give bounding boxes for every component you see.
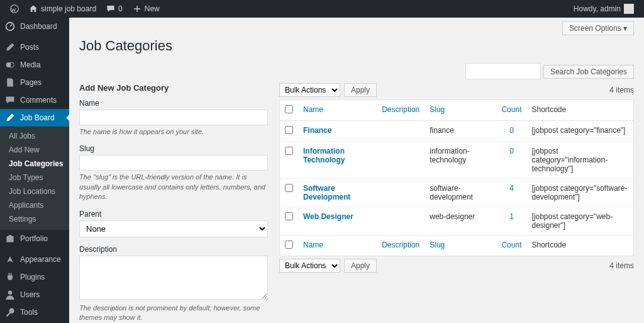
submenu-applicants[interactable]: Applicants	[0, 198, 69, 212]
tablenav-bottom: Bulk Actions Apply 4 items	[279, 259, 634, 273]
avatar	[624, 4, 634, 14]
row-shortcode: [jobpost category="information-technolog…	[527, 142, 634, 179]
table-row: Financefinance0[jobpost category="financ…	[280, 121, 634, 142]
comments-count: 0	[118, 4, 123, 13]
submenu-job-locations[interactable]: Job Locations	[0, 184, 69, 198]
howdy-text: Howdy, admin	[574, 4, 621, 13]
row-checkbox[interactable]	[285, 184, 293, 192]
form-heading: Add New Job Category	[79, 83, 268, 93]
col-description-foot[interactable]: Description	[382, 241, 419, 249]
comments-link[interactable]: 0	[101, 0, 128, 18]
admin-menu: Dashboard Posts Media Pages Comments Job…	[0, 18, 69, 323]
row-count-link[interactable]: 0	[509, 147, 514, 156]
submenu-add-new[interactable]: Add New	[0, 143, 69, 157]
svg-point-5	[8, 291, 12, 295]
wp-logo[interactable]	[5, 0, 24, 18]
col-name-foot[interactable]: Name	[303, 241, 323, 249]
row-name-link[interactable]: Finance	[303, 126, 331, 135]
submenu-job-types[interactable]: Job Types	[0, 171, 69, 184]
slug-desc: The "slug" is the URL-friendly version o…	[79, 173, 268, 201]
menu-jobboard[interactable]: Job Board	[0, 109, 69, 127]
items-count-bottom: 4 items	[609, 261, 634, 270]
categories-table: Name Description Slug Count Shortcode Fi…	[279, 99, 634, 256]
parent-label: Parent	[79, 210, 268, 218]
menu-media[interactable]: Media	[0, 56, 69, 74]
bulk-apply-bottom[interactable]: Apply	[344, 259, 377, 273]
slug-input[interactable]	[79, 155, 268, 171]
row-checkbox[interactable]	[285, 126, 293, 134]
row-count-link[interactable]: 0	[509, 126, 514, 135]
menu-dashboard[interactable]: Dashboard	[0, 18, 69, 35]
menu-pages[interactable]: Pages	[0, 74, 69, 91]
new-link[interactable]: New	[128, 0, 165, 18]
row-checkbox[interactable]	[285, 212, 293, 220]
menu-portfolio[interactable]: Portfolio	[0, 230, 69, 247]
menu-appearance[interactable]: Appearance	[0, 251, 69, 268]
row-description	[377, 142, 425, 179]
description-desc: The description is not prominent by defa…	[79, 303, 268, 323]
row-shortcode: [jobpost category="finance"]	[527, 121, 634, 142]
submenu-jobboard: All Jobs Add New Job Categories Job Type…	[0, 127, 69, 230]
account-link[interactable]: Howdy, admin	[569, 0, 639, 18]
row-count-link[interactable]: 4	[509, 184, 514, 193]
menu-posts[interactable]: Posts	[0, 38, 69, 56]
page-title: Job Categories	[79, 38, 634, 54]
row-slug: web-designer	[425, 207, 496, 235]
row-shortcode: [jobpost category="web-designer"]	[527, 207, 634, 235]
row-description	[377, 121, 425, 142]
site-link[interactable]: simple job board	[24, 0, 101, 18]
svg-point-2	[6, 62, 11, 67]
col-count-foot[interactable]: Count	[501, 241, 521, 249]
col-description[interactable]: Description	[382, 105, 419, 114]
row-description	[377, 179, 425, 207]
row-name-link[interactable]: Information Technology	[303, 147, 345, 164]
submenu-all-jobs[interactable]: All Jobs	[0, 129, 69, 143]
select-all-bottom[interactable]	[285, 241, 293, 249]
svg-rect-4	[6, 236, 13, 242]
table-row: Software Developmentsoftware-development…	[280, 179, 634, 207]
bulk-apply-top[interactable]: Apply	[344, 83, 377, 97]
slug-label: Slug	[79, 144, 268, 153]
col-count[interactable]: Count	[501, 105, 521, 114]
select-all-top[interactable]	[285, 105, 293, 113]
search-button[interactable]: Search Job Categories	[543, 65, 634, 79]
description-label: Description	[79, 245, 268, 254]
admin-bar: simple job board 0 New Howdy, admin	[0, 0, 644, 18]
row-slug: information-technology	[425, 142, 496, 179]
page-body: Screen Options ▾ Job Categories Search J…	[69, 18, 644, 323]
row-checkbox[interactable]	[285, 147, 293, 155]
table-row: Web Designerweb-designer1[jobpost catego…	[280, 207, 634, 235]
row-description	[377, 207, 425, 235]
col-slug-foot[interactable]: Slug	[430, 241, 445, 249]
items-count-top: 4 items	[609, 86, 634, 94]
site-name: simple job board	[41, 4, 96, 13]
menu-tools[interactable]: Tools	[0, 303, 69, 321]
table-row: Information Technologyinformation-techno…	[280, 142, 634, 179]
search-box: Search Job Categories	[79, 63, 634, 79]
name-label: Name	[79, 99, 268, 108]
menu-users[interactable]: Users	[0, 286, 69, 303]
col-slug[interactable]: Slug	[430, 105, 445, 114]
row-slug: software-development	[425, 179, 496, 207]
menu-comments[interactable]: Comments	[0, 91, 69, 109]
submenu-settings[interactable]: Settings	[0, 212, 69, 226]
col-shortcode-foot: Shortcode	[527, 235, 634, 256]
col-shortcode: Shortcode	[527, 100, 634, 121]
search-input[interactable]	[465, 63, 541, 79]
row-slug: finance	[425, 121, 496, 142]
parent-select[interactable]: None	[79, 220, 268, 237]
description-textarea[interactable]	[79, 256, 268, 300]
bulk-select-bottom[interactable]: Bulk Actions	[279, 259, 340, 273]
row-name-link[interactable]: Web Designer	[303, 212, 353, 221]
submenu-job-categories[interactable]: Job Categories	[0, 157, 69, 171]
row-count-link[interactable]: 1	[509, 212, 514, 221]
row-name-link[interactable]: Software Development	[303, 184, 350, 201]
col-name[interactable]: Name	[303, 105, 323, 114]
row-shortcode: [jobpost category="software-development"…	[527, 179, 634, 207]
screen-options-toggle[interactable]: Screen Options ▾	[562, 21, 634, 35]
new-label: New	[145, 4, 160, 13]
name-input[interactable]	[79, 110, 268, 125]
add-form: Add New Job Category Name The name is ho…	[79, 83, 268, 323]
menu-plugins[interactable]: Plugins	[0, 268, 69, 286]
bulk-select-top[interactable]: Bulk Actions	[279, 83, 340, 97]
